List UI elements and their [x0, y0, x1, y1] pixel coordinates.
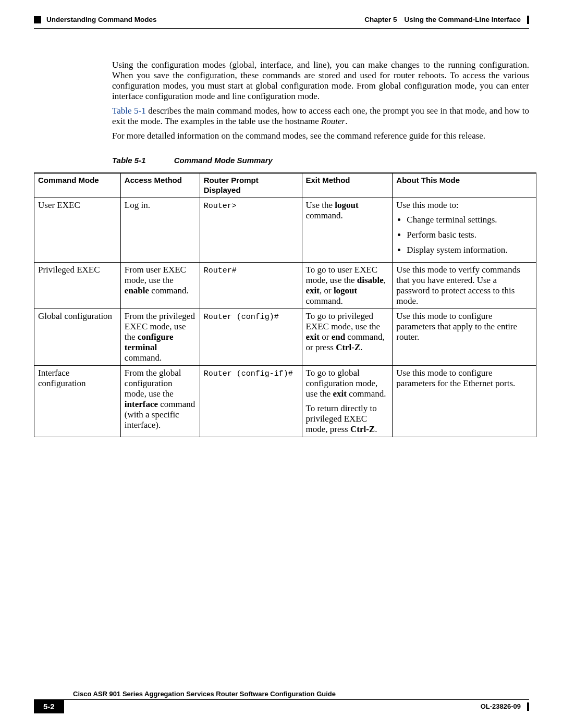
page-content: Understanding Command Modes Chapter 5 Us… — [0, 0, 563, 437]
square-marker-icon — [34, 16, 41, 23]
about-list: Change terminal settings. Perform basic … — [396, 215, 532, 255]
prompt-text: Router (config)# — [204, 313, 279, 322]
cell-mode: User EXEC — [34, 198, 121, 262]
running-header: Understanding Command Modes Chapter 5 Us… — [34, 16, 529, 24]
doc-id-text: OL-23826-09 — [481, 702, 521, 710]
text: . — [375, 424, 377, 434]
cmd-bold: logout — [334, 286, 357, 295]
text: Use this mode to: — [396, 200, 532, 211]
cmd-bold: exit — [306, 332, 320, 342]
table-title: Command Mode Summary — [174, 156, 273, 165]
text-block: To go to global configuration mode, use … — [306, 368, 389, 399]
cell-access: Log in. — [120, 198, 200, 262]
footer-bottom: 5-2 OL-23826-09 — [34, 700, 529, 713]
text: Displayed — [204, 186, 241, 194]
header-right: Chapter 5 Using the Command-Line Interfa… — [364, 16, 529, 24]
cell-exit: To go to privileged EXEC mode, use the e… — [302, 309, 393, 365]
document-id: OL-23826-09 — [481, 702, 529, 711]
prompt-text: Router> — [204, 202, 237, 211]
text: command. — [125, 353, 162, 363]
cmd-bold: Ctrl-Z — [336, 342, 360, 352]
text: or — [320, 332, 332, 342]
cell-mode: Global configuration — [34, 309, 121, 365]
col-header: About This Mode — [393, 173, 536, 198]
cmd-bold: Ctrl-Z — [350, 424, 375, 434]
cmd-bold: logout — [335, 200, 358, 210]
cell-prompt: Router (config)# — [200, 309, 302, 365]
cell-exit: To go to global configuration mode, use … — [302, 366, 393, 437]
table-row: Privileged EXEC From user EXEC mode, use… — [34, 262, 536, 309]
cell-exit: Use the logout command. — [302, 198, 393, 262]
text: From user EXEC mode, use the — [125, 265, 186, 285]
hostname-italic: Router — [321, 116, 345, 126]
table-row: User EXEC Log in. Router> Use the logout… — [34, 198, 536, 262]
table-row: Interface configuration From the global … — [34, 366, 536, 437]
page-footer: Cisco ASR 901 Series Aggregation Service… — [0, 690, 563, 713]
col-header: Router Prompt Displayed — [200, 173, 302, 198]
text: command. — [306, 296, 343, 306]
text: . — [360, 342, 362, 352]
cell-prompt: Router (config-if)# — [200, 366, 302, 437]
cmd-bold: exit — [333, 389, 346, 399]
text: , — [384, 275, 386, 285]
text: . — [345, 116, 347, 126]
table-caption: Table 5-1 Command Mode Summary — [112, 156, 529, 165]
header-left: Understanding Command Modes — [34, 16, 157, 24]
page-number-badge: 5-2 — [34, 700, 64, 713]
text: Use the — [306, 200, 335, 210]
bar-marker-icon — [527, 16, 529, 24]
list-item: Change terminal settings. — [407, 215, 532, 225]
cmd-bold: end — [332, 332, 345, 342]
cmd-bold: exit — [306, 286, 320, 295]
cell-access: From the global configuration mode, use … — [120, 366, 200, 437]
command-mode-table: Command Mode Access Method Router Prompt… — [34, 172, 536, 437]
text: command. — [306, 211, 343, 220]
cell-access: From user EXEC mode, use the enable comm… — [120, 262, 200, 309]
table-wrapper: Command Mode Access Method Router Prompt… — [34, 172, 529, 437]
col-header: Command Mode — [34, 173, 121, 198]
paragraph: For more detailed information on the com… — [112, 131, 529, 141]
cell-prompt: Router> — [200, 198, 302, 262]
bar-marker-icon — [527, 702, 529, 711]
footer-top: Cisco ASR 901 Series Aggregation Service… — [34, 690, 529, 700]
paragraph: Table 5-1 describes the main command mod… — [112, 106, 529, 127]
guide-title: Cisco ASR 901 Series Aggregation Service… — [34, 690, 529, 700]
cell-access: From the privileged EXEC mode, use the c… — [120, 309, 200, 365]
chapter-number: Chapter 5 — [364, 16, 397, 24]
table-row: Global configuration From the privileged… — [34, 309, 536, 365]
col-header: Exit Method — [302, 173, 393, 198]
cell-prompt: Router# — [200, 262, 302, 309]
section-title: Understanding Command Modes — [46, 16, 157, 24]
text-block: To return directly to privileged EXEC mo… — [306, 403, 389, 435]
prompt-text: Router (config-if)# — [204, 369, 293, 378]
cell-about: Use this mode to configure parameters th… — [393, 309, 536, 365]
cell-exit: To go to user EXEC mode, use the disable… — [302, 262, 393, 309]
text: From the global configuration mode, use … — [125, 368, 181, 399]
cmd-bold: interface — [125, 399, 158, 409]
text: Router Prompt — [204, 176, 259, 184]
cell-about: Use this mode to verify commands that yo… — [393, 262, 536, 309]
paragraph: Using the configuration modes (global, i… — [112, 60, 529, 102]
table-header-row: Command Mode Access Method Router Prompt… — [34, 173, 536, 198]
list-item: Display system information. — [407, 245, 532, 255]
col-header: Access Method — [120, 173, 200, 198]
body-text: Using the configuration modes (global, i… — [34, 29, 529, 165]
text: To go to privileged EXEC mode, use the — [306, 311, 381, 331]
text: command. — [347, 389, 386, 399]
list-item: Perform basic tests. — [407, 230, 532, 240]
cmd-bold: enable — [125, 286, 149, 295]
cmd-bold: disable — [357, 275, 384, 285]
table-ref-link[interactable]: Table 5-1 — [112, 106, 146, 116]
prompt-text: Router# — [204, 266, 237, 275]
text: , or — [320, 286, 334, 295]
cell-about: Use this mode to configure parameters fo… — [393, 366, 536, 437]
cell-about: Use this mode to: Change terminal settin… — [393, 198, 536, 262]
cell-mode: Privileged EXEC — [34, 262, 121, 309]
chapter-title: Using the Command-Line Interface — [404, 16, 521, 24]
table-label: Table 5-1 — [112, 156, 145, 165]
text: command. — [149, 286, 189, 295]
cell-mode: Interface configuration — [34, 366, 121, 437]
